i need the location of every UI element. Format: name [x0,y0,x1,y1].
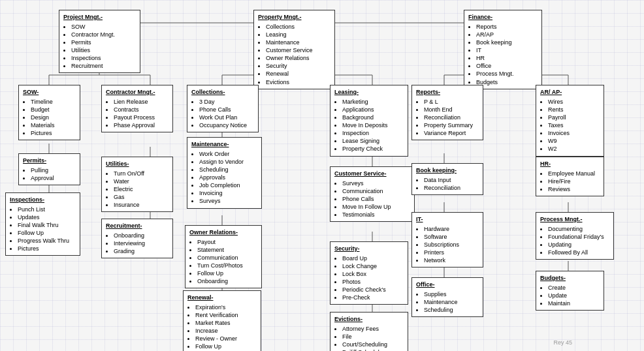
list-item: Book keeping [476,38,538,46]
inspections-title: Inspections- [10,196,76,204]
list-item: Customer Service [266,46,330,54]
list-item: Employee Manual [548,170,600,177]
customer-service-list: Surveys Communication Phone Calls Move I… [334,179,410,219]
list-item: Electric [114,185,169,193]
evictions-title: Evictions- [334,315,404,324]
reports-box: Reports- P & L Month End Reconciliation … [411,85,483,140]
list-item: Utilities [71,46,136,54]
list-item: Invoices [548,129,600,137]
list-item: Pictures [18,245,76,252]
list-item: Update [548,292,600,299]
inspections-list: Punch List Updates Final Walk Thru Follo… [10,206,76,253]
list-item: Budgets [476,78,538,86]
office-box: Office- Supplies Maintenance Scheduling [411,277,483,317]
list-item: Lock Box [342,270,404,278]
list-item: Photos [342,278,404,286]
watermark: Rey 45 [553,339,572,346]
list-item: Updates [18,213,76,221]
finance-box: Finance- Reports AR/AP Book keeping IT H… [464,10,542,89]
list-item: Property Summary [424,121,479,129]
maintenance-title: Maintenance- [191,140,257,149]
list-item: Materials [31,121,76,129]
list-item: Move In Deposits [342,121,404,129]
list-item: Marketing [342,98,404,106]
list-item: Insurance [114,201,169,209]
list-item: Expiration's [195,303,257,311]
contractor-mngt-box: Contractor Mngt.- Lien Release Contracts… [101,85,173,132]
collections-title: Collections- [191,88,254,97]
office-list: Supplies Maintenance Scheduling [416,290,479,314]
list-item: HR [476,54,538,62]
book-keeping-box: Book keeping- Data Input Reconciliation [411,163,483,195]
list-item: Surveys [342,179,410,187]
list-item: Design [31,114,76,121]
owner-relations-title: Owner Relations- [189,228,257,237]
list-item: Hardware [424,225,479,233]
list-item: Surveys [199,197,257,205]
budgets-box: Budgets- Create Update Maintain [536,271,604,311]
list-item: Maintain [548,299,600,307]
list-item: Lock Change [342,262,404,270]
reports-title: Reports- [416,88,479,97]
list-item: Review - Owner [195,335,257,343]
chart-container: Project Mngt.- SOW Contractor Mngt. Perm… [0,0,644,351]
list-item: Software [424,233,479,241]
list-item: Followed By All [548,249,609,256]
list-item: Documenting [548,225,609,233]
utilities-title: Utilities- [106,160,169,168]
list-item: Owner Relations [266,54,330,62]
collections-box: Collections- 3 Day Phone Calls Work Out … [187,85,259,132]
list-item: Leasing [266,31,330,38]
utilities-box: Utilities- Turn On/Off Water Electric Ga… [101,157,173,212]
list-item: Maintenance [266,38,330,46]
list-item: Contracts [114,106,169,114]
list-item: Move In Follow Up [342,203,410,211]
list-item: Wires [548,98,600,106]
list-item: Pictures [31,129,76,137]
list-item: W9 [548,137,600,145]
list-item: AR/AP [476,31,538,38]
list-item: Grading [114,247,169,255]
list-item: Work Out Plan [199,114,254,121]
list-item: Phase Approval [114,121,169,129]
list-item: Payout Process [114,114,169,121]
list-item: Statement [197,246,257,254]
list-item: Subscriptions [424,241,479,249]
list-item: Communication [342,187,410,195]
list-item: Background [342,114,404,121]
list-item: Hire/Fire [548,177,600,185]
property-mngt-box: Property Mngt.- Collections Leasing Main… [253,10,335,89]
list-item: Pulling [31,166,76,174]
sow-title: SOW- [23,88,76,97]
property-mngt-list: Collections Leasing Maintenance Customer… [258,23,330,86]
list-item: Board Up [342,254,404,262]
list-item: Attorney Fees [342,325,404,333]
list-item: Budget [31,106,76,114]
list-item: Evictions [266,78,330,86]
budgets-list: Create Update Maintain [540,284,600,307]
list-item: Water [114,177,169,185]
contractor-mngt-title: Contractor Mngt.- [106,88,169,97]
list-item: Permits [71,38,136,46]
list-item: Printers [424,249,479,256]
list-item: Approval [31,174,76,182]
list-item: Recruitment [71,62,136,70]
list-item: Inspection [342,129,404,137]
hr-list: Employee Manual Hire/Fire Reviews [540,170,600,193]
list-item: IT [476,46,538,54]
list-item: Turn Cost/Photos [197,262,257,269]
list-item: Process Mngt. [476,70,538,78]
leasing-title: Leasing- [334,88,404,97]
list-item: Updating [548,241,609,249]
list-item: Property Check [342,145,404,153]
maintenance-list: Work Order Assign to Vendor Scheduling A… [191,150,257,206]
permits-list: Pulling Approval [23,166,76,182]
list-item: Final Walk Thru [18,221,76,229]
list-item: Variance Report [424,129,479,137]
permits-title: Permits- [23,157,76,165]
ar-ap-box: AR/ AP- Wires Rents Payroll Taxes Invoic… [536,85,604,157]
collections-list: 3 Day Phone Calls Work Out Plan Occupanc… [191,98,254,130]
list-item: Scheduling [424,306,479,314]
hr-title: HR- [540,160,600,168]
leasing-box: Leasing- Marketing Applications Backgrou… [330,85,408,157]
